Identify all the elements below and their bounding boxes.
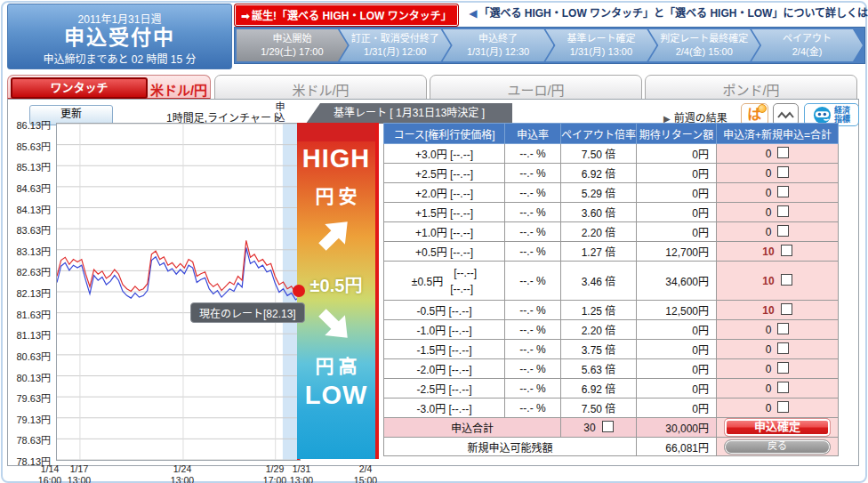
chart-y-axis: 86.13円85.63円85.13円84.63円84.13円83.63円83.1… xyxy=(8,123,52,461)
course-cell: +0.5円 [--.--] xyxy=(384,242,505,262)
base-rate-banner: 基準レート [ 1月31日13時決定 ] xyxy=(306,103,512,124)
quantity-input-box[interactable] xyxy=(781,245,792,256)
tab-eurjpy[interactable]: ユーロ/円 xyxy=(430,75,642,100)
quantity-cell: 0 xyxy=(717,203,839,222)
quantity-input-box[interactable] xyxy=(781,303,792,315)
quantity-input-box[interactable] xyxy=(777,342,789,354)
balance-amount: 66,081円 xyxy=(637,438,717,456)
quantity-input-box[interactable] xyxy=(777,205,789,217)
timeline-step-3: 申込終了1/31(月) 12:30 xyxy=(443,29,554,61)
y-tick: 80.63円 xyxy=(8,349,51,363)
total-quantity-cell: 30 xyxy=(561,418,637,438)
back-button[interactable]: 戻る xyxy=(724,439,831,455)
arrow-left-icon: ◀ xyxy=(469,7,477,20)
course-row: +2.5円 [--.--]--.- %6.92 倍0円0 xyxy=(384,164,839,183)
course-row: -1.5円 [--.--]--.- %3.75 倍0円0 xyxy=(384,340,839,359)
quantity-input-box[interactable] xyxy=(777,166,789,178)
active-tab-label: 米ドル/円 xyxy=(149,80,209,99)
tab-onetouch-usdjpy[interactable]: ワンタッチ 米ドル/円 xyxy=(7,75,211,100)
course-row: +1.5円 [--.--]--.- %3.60 倍0円0 xyxy=(384,203,839,222)
y-tick: 86.13円 xyxy=(8,117,51,132)
quantity-input-box[interactable] xyxy=(777,382,789,393)
payout-ratio-cell: 5.29 倍 xyxy=(561,183,637,203)
payout-ratio-cell: 1.25 倍 xyxy=(561,301,637,320)
promo-new-badge[interactable]: ➡誕生!「選べる HIGH・LOW ワンタッチ」 xyxy=(234,4,459,27)
quantity-value: 10 xyxy=(762,304,774,317)
y-tick: 84.63円 xyxy=(8,181,51,195)
week-label: 2011年1月31日週 xyxy=(8,11,231,26)
quantity-value: 0 xyxy=(766,206,772,219)
confirm-order-button[interactable]: 申込確定 xyxy=(724,418,831,437)
current-rate-tooltip: 現在のレート[82.13] xyxy=(190,302,305,323)
header-apply-rate: 申込率 xyxy=(505,124,561,144)
apply-rate-cell: --.- % xyxy=(505,340,561,359)
quantity-input-box[interactable] xyxy=(777,401,789,413)
quantity-input-box[interactable] xyxy=(777,323,789,334)
quantity-input-box[interactable] xyxy=(777,225,789,237)
y-tick: 83.13円 xyxy=(8,244,51,258)
promo-badge-label: 誕生!「選べる HIGH・LOW ワンタッチ」 xyxy=(252,10,452,22)
x-tick: 1/2413:00 xyxy=(163,463,202,483)
apply-rate-cell: --.- % xyxy=(505,222,561,242)
payout-ratio-cell: 3.75 倍 xyxy=(561,340,637,359)
expected-return-cell: 12,700円 xyxy=(637,242,717,262)
payout-ratio-cell: 6.92 倍 xyxy=(561,164,637,183)
course-row: +1.0円 [--.--]--.- %2.20 倍0円0 xyxy=(384,222,839,242)
course-cell: -1.5円 [--.--] xyxy=(384,340,505,359)
payout-ratio-cell: 5.63 倍 xyxy=(561,359,637,379)
payout-ratio-cell: 2.20 倍 xyxy=(561,320,637,340)
promo-detail-link[interactable]: ◀「選べる HIGH・LOW ワンタッチ」と「選べる HIGH・LOW」について… xyxy=(469,4,868,20)
arrow-up-right-icon xyxy=(315,212,358,254)
apply-rate-cell: --.- % xyxy=(505,320,561,340)
confirm-cell: 申込確定 xyxy=(717,418,839,438)
y-tick: 81.13円 xyxy=(8,327,51,342)
course-cell: +2.0円 [--.--] xyxy=(384,183,505,203)
quantity-cell: 0 xyxy=(717,379,839,398)
course-row: -2.5円 [--.--]--.- %6.92 倍0円0 xyxy=(384,379,839,398)
application-status-box: 2011年1月31日週 申込受付中 申込締切まであと 02 時間 15 分 xyxy=(7,4,232,69)
course-cell: -0.5円 [--.--] xyxy=(384,301,505,320)
y-tick: 81.63円 xyxy=(8,307,51,321)
onetouch-trading-page: 2011年1月31日週 申込受付中 申込締切まであと 02 時間 15 分 ➡誕… xyxy=(0,0,868,483)
course-cell: +1.0円 [--.--] xyxy=(384,222,505,242)
tab-usdjpy[interactable]: 米ドル/円 xyxy=(214,75,427,100)
econ-face-icon xyxy=(813,106,832,125)
promo-row: ➡誕生!「選べる HIGH・LOW ワンタッチ」 ◀「選べる HIGH・LOW … xyxy=(234,4,865,25)
course-row: -3.0円 [--.--]--.- %7.50 倍0円0 xyxy=(384,398,839,418)
yen-strong-label: 円高 xyxy=(297,351,375,378)
y-tick: 85.13円 xyxy=(8,159,51,173)
promo-link-label: 「選べる HIGH・LOW ワンタッチ」と「選べる HIGH・LOW」について詳… xyxy=(478,7,868,20)
apply-rate-cell: --.- % xyxy=(505,183,561,203)
quantity-input-box[interactable] xyxy=(781,274,792,286)
rate-chart-svg xyxy=(57,124,300,460)
total-amount: 30,000円 xyxy=(637,418,717,438)
quantity-value: 0 xyxy=(766,187,772,199)
y-tick: 85.63円 xyxy=(8,139,51,153)
quantity-value: 0 xyxy=(766,343,772,356)
tab-gbpjpy[interactable]: ポンド/円 xyxy=(645,75,857,100)
quantity-value: 0 xyxy=(766,148,772,160)
apply-rate-cell: --.- % xyxy=(505,262,561,301)
onetouch-badge[interactable]: ワンタッチ xyxy=(11,77,148,99)
deadline-countdown: 申込締切まであと 02 時間 15 分 xyxy=(8,51,231,66)
expected-return-cell: 0円 xyxy=(637,398,717,418)
payout-ratio-cell: 3.46 倍 xyxy=(561,262,637,301)
quantity-value: 0 xyxy=(766,324,772,336)
expected-return-cell: 12,500円 xyxy=(637,301,717,320)
expected-return-cell: 0円 xyxy=(637,222,717,242)
y-tick: 79.13円 xyxy=(8,412,51,426)
quantity-input-box[interactable] xyxy=(777,362,789,374)
balance-row: 新規申込可能残額 66,081円 戻る xyxy=(384,438,839,456)
course-row: +2.0円 [--.--]--.- %5.29 倍0円0 xyxy=(384,183,839,203)
quantity-input-box[interactable] xyxy=(777,147,789,158)
quantity-cell: 0 xyxy=(717,183,839,203)
course-cell: -2.0円 [--.--] xyxy=(384,359,505,379)
quantity-value: 10 xyxy=(762,246,774,258)
course-cell: +2.5円 [--.--] xyxy=(384,164,505,183)
quantity-input-box[interactable] xyxy=(777,186,789,197)
payout-ratio-cell: 7.50 倍 xyxy=(561,144,637,164)
quantity-cell: 10 xyxy=(717,262,839,301)
quantity-cell: 0 xyxy=(717,320,839,340)
course-row: -1.0円 [--.--]--.- %2.20 倍0円0 xyxy=(384,320,839,340)
course-cell: -1.0円 [--.--] xyxy=(384,320,505,340)
